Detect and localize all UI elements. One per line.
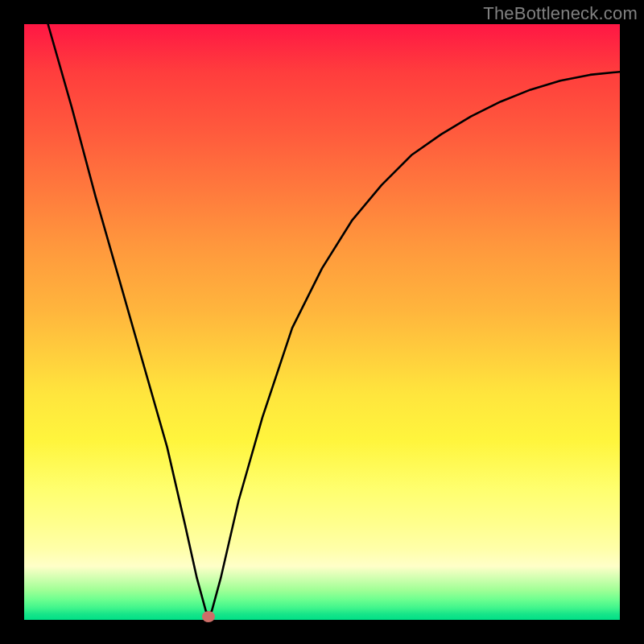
chart-container: TheBottleneck.com (0, 0, 644, 644)
watermark-text: TheBottleneck.com (483, 3, 638, 24)
bottleneck-curve (24, 24, 620, 620)
minimum-marker (202, 611, 215, 622)
plot-area (24, 24, 620, 620)
